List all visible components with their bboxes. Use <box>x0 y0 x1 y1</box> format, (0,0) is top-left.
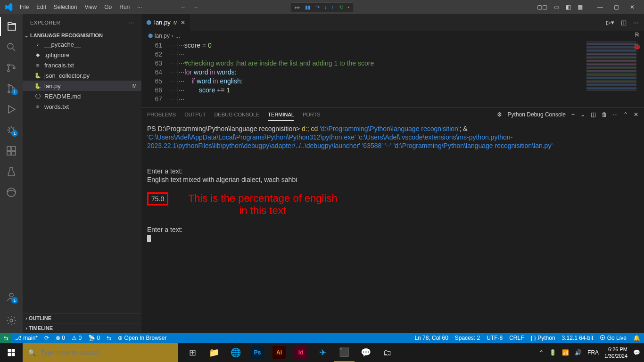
edge-browser-icon[interactable]: 🌐 <box>225 343 246 362</box>
status-branch[interactable]: ⎇ main* <box>15 335 38 341</box>
window-close-icon[interactable]: ✕ <box>624 1 640 13</box>
panel-tab-problems[interactable]: PROBLEMS <box>147 109 176 120</box>
activity-accounts-icon[interactable]: 1 <box>0 288 23 306</box>
tray-battery-icon[interactable]: 🔋 <box>549 349 556 356</box>
debug-step-out-icon[interactable]: ↑ <box>331 4 334 10</box>
nav-forward-icon[interactable]: → <box>193 4 198 10</box>
menu-edit[interactable]: Edit <box>33 2 50 12</box>
indesign-icon[interactable]: Id <box>294 346 307 359</box>
terminal-split-icon[interactable]: ◫ <box>591 108 596 121</box>
activity-search-icon[interactable] <box>0 38 23 57</box>
debug-step-into-icon[interactable]: ↓ <box>324 4 327 10</box>
window-max-icon[interactable]: ▢ <box>608 1 624 13</box>
menu-file[interactable]: File <box>17 2 32 12</box>
status-language[interactable]: { } Python <box>531 335 555 341</box>
illustrator-icon[interactable]: Ai <box>272 346 286 359</box>
status-encoding[interactable]: UTF-8 <box>487 335 503 341</box>
status-python-version[interactable]: 3.12.1 64-bit <box>562 335 594 341</box>
menu-run[interactable]: Run <box>116 2 133 12</box>
status-open-browser[interactable]: ⊕ Open In Browser <box>118 335 166 341</box>
debug-continue-icon[interactable]: ▸▸ <box>295 4 300 10</box>
status-radio[interactable]: 📡 0 <box>88 335 100 341</box>
activity-extensions-icon[interactable] <box>0 141 23 160</box>
tab-close-icon[interactable]: ✕ <box>181 19 185 26</box>
status-sync-icon[interactable]: ⟳ <box>44 335 49 341</box>
panel-close-icon[interactable]: ✕ <box>634 108 638 121</box>
status-spaces[interactable]: Spaces: 2 <box>455 335 480 341</box>
activity-explorer-icon[interactable] <box>0 17 23 36</box>
terminal-content[interactable]: PS D:\Programming\Python\language recogn… <box>141 122 644 333</box>
file-item-json_collector-py[interactable]: 🐍json_collector.py <box>23 70 141 81</box>
app-icon[interactable]: 🗂 <box>377 343 398 362</box>
minimap[interactable] <box>586 41 637 102</box>
file-item-francais-txt[interactable]: ≡francais.txt <box>23 60 141 70</box>
vscode-taskbar-icon[interactable]: ⬛ <box>334 343 355 362</box>
messenger-icon[interactable]: 💬 <box>355 343 376 362</box>
terminal-dropdown-icon[interactable]: ⌄ <box>580 108 585 121</box>
activity-settings-icon[interactable] <box>0 311 23 330</box>
status-errors[interactable]: ⊗ 0 <box>56 335 65 341</box>
status-warnings[interactable]: ⚠ 0 <box>72 335 82 341</box>
activity-git-graph-icon[interactable]: 1 <box>0 79 23 98</box>
file-item-README-md[interactable]: ⓘREADME.md <box>23 91 141 101</box>
file-explorer-icon[interactable]: 📁 <box>204 343 224 362</box>
terminal-side-icon[interactable]: ⎘ <box>635 31 639 38</box>
taskview-icon[interactable]: ⊞ <box>182 343 203 362</box>
taskbar-search[interactable]: 🔍 <box>23 343 178 362</box>
outline-section[interactable]: › OUTLINE <box>23 313 141 323</box>
activity-debug-alt-icon[interactable]: 1 <box>0 121 23 140</box>
code-area[interactable]: 61626364656667 ····|···score = 0····|···… <box>141 41 644 107</box>
nav-back-icon[interactable]: ← <box>181 4 186 10</box>
activity-edge-icon[interactable] <box>0 183 23 202</box>
terminal-new-icon[interactable]: + <box>571 108 575 121</box>
status-port-icon[interactable]: ⇆ <box>107 335 111 341</box>
debug-pause-icon[interactable]: ▮▮ <box>305 4 311 10</box>
panel-tab-ports[interactable]: PORTS <box>303 109 321 120</box>
terminal-kill-icon[interactable]: 🗑 <box>602 108 607 121</box>
photoshop-icon[interactable]: Ps <box>251 346 264 359</box>
menu-view[interactable]: View <box>81 2 100 12</box>
debug-gear-icon[interactable]: ⚙ <box>497 108 502 121</box>
tray-notifications-icon[interactable]: 💬 <box>633 349 640 356</box>
debug-stop-icon[interactable]: ▪ <box>348 4 350 10</box>
status-go-live[interactable]: ⦿ Go Live <box>600 335 627 341</box>
panel-tab-output[interactable]: OUTPUT <box>184 109 206 120</box>
run-play-icon[interactable]: ▷▾ <box>606 19 614 26</box>
terminal-profile[interactable]: Python Debug Console <box>508 108 566 121</box>
file-item-words-txt[interactable]: ≡words.txt <box>23 101 141 112</box>
status-eol[interactable]: CRLF <box>509 335 524 341</box>
menu-more[interactable]: ··· <box>134 2 145 12</box>
activity-run-debug-icon[interactable] <box>0 100 23 119</box>
layout-secondary-icon[interactable]: ◧ <box>566 4 571 10</box>
tray-wifi-icon[interactable]: 📶 <box>562 349 569 356</box>
debug-restart-icon[interactable]: ⟲ <box>339 4 343 10</box>
layout-customize-icon[interactable]: ▦ <box>578 4 583 10</box>
breadcrumbs[interactable]: ⬢ lan.py › ... <box>141 31 644 41</box>
remote-indicator[interactable]: ⇆ <box>0 333 12 343</box>
debug-step-over-icon[interactable]: ↷ <box>315 4 320 10</box>
editor-more-icon[interactable]: ··· <box>633 19 638 26</box>
split-editor-icon[interactable]: ◫ <box>621 19 627 26</box>
menu-selection[interactable]: Selection <box>50 2 80 12</box>
file-item-__pycache__[interactable]: ›__pycache__ <box>23 39 141 49</box>
layout-panel-icon[interactable]: ▭ <box>554 4 559 10</box>
status-cursor-pos[interactable]: Ln 78, Col 60 <box>414 335 448 341</box>
panel-tab-debug[interactable]: DEBUG CONSOLE <box>214 109 259 120</box>
explorer-more-icon[interactable]: ··· <box>129 20 134 25</box>
panel-tab-terminal[interactable]: TERMINAL <box>268 109 294 121</box>
menu-go[interactable]: Go <box>101 2 115 12</box>
file-item-lan-py[interactable]: 🐍lan.pyM <box>23 81 141 91</box>
tray-chevron-icon[interactable]: ⌃ <box>539 349 544 356</box>
activity-testing-icon[interactable] <box>0 162 23 181</box>
project-section-header[interactable]: ⌄ LANGUAGE RECOGNISITION <box>23 32 141 39</box>
tray-volume-icon[interactable]: 🔊 <box>575 349 582 356</box>
status-bell-icon[interactable]: 🔔 <box>633 335 640 341</box>
terminal-bug-icon[interactable]: 🐞 <box>633 43 641 50</box>
window-min-icon[interactable]: — <box>592 1 608 13</box>
panel-maximize-icon[interactable]: ⌃ <box>623 108 628 121</box>
telegram-icon[interactable]: ✈ <box>312 343 333 362</box>
timeline-section[interactable]: › TIMELINE <box>23 323 141 333</box>
layout-primary-icon[interactable]: ▢▢ <box>537 4 547 10</box>
search-input[interactable] <box>41 349 173 356</box>
tray-clock[interactable]: 6:26 PM 1/30/2024 <box>604 346 627 359</box>
